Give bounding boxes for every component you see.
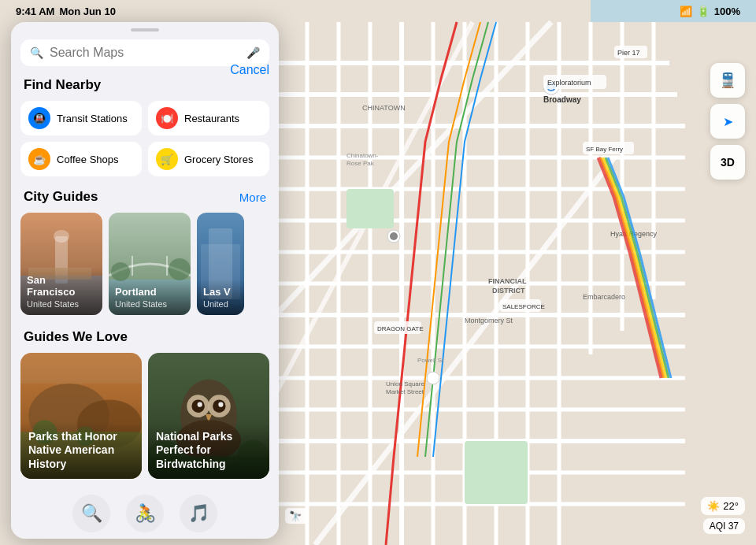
search-panel: 🔍 🎤 Cancel Find Nearby 🚇 Transit Station… bbox=[11, 22, 279, 539]
svg-point-66 bbox=[54, 230, 69, 243]
portland-card-title: Portland bbox=[115, 286, 184, 298]
guide-card-sf[interactable]: San Francisco United States bbox=[20, 213, 102, 315]
battery-icon: 🔋 bbox=[697, 6, 710, 17]
svg-text:🔭: 🔭 bbox=[289, 510, 302, 523]
svg-text:DRAGON GATE: DRAGON GATE bbox=[377, 325, 424, 332]
svg-point-50 bbox=[390, 232, 398, 240]
threed-button[interactable]: 3D bbox=[710, 145, 745, 180]
explore-bike-icon: 🚴 bbox=[126, 495, 164, 532]
wifi-icon: 📶 bbox=[680, 6, 692, 17]
nearby-item-grocery[interactable]: 🛒 Grocery Stores bbox=[148, 142, 269, 176]
guides-we-love-grid: Parks that Honor Native American History bbox=[20, 353, 269, 479]
guides-we-love-title: Guides We Love bbox=[24, 329, 266, 345]
explore-search-icon: 🔍 bbox=[72, 495, 110, 532]
location-icon: ➤ bbox=[723, 114, 733, 129]
svg-text:CHINATOWN: CHINATOWN bbox=[362, 104, 406, 112]
transit-icon: 🚆 bbox=[719, 72, 736, 89]
temperature: 22° bbox=[723, 500, 739, 512]
coffee-label: Coffee Shops bbox=[57, 154, 119, 165]
map-controls: 🚆 ➤ 3D bbox=[710, 63, 745, 180]
find-nearby-title: Find Nearby bbox=[24, 77, 266, 93]
status-bar: 9:41 AM Mon Jun 10 📶 🔋 100% bbox=[0, 0, 756, 22]
aqi-badge: AQI 37 bbox=[703, 518, 745, 534]
status-date: Mon Jun 10 bbox=[59, 6, 116, 17]
panel-handle bbox=[131, 28, 159, 32]
native-card-title: Parks that Honor Native American History bbox=[28, 430, 134, 472]
love-card-native[interactable]: Parks that Honor Native American History bbox=[20, 353, 142, 479]
restaurant-label: Restaurants bbox=[184, 113, 239, 124]
svg-text:SALESFORCE: SALESFORCE bbox=[502, 303, 545, 310]
location-button[interactable]: ➤ bbox=[710, 104, 745, 139]
svg-text:DISTRICT: DISTRICT bbox=[492, 287, 525, 295]
explore-music-icon: 🎵 bbox=[180, 495, 217, 532]
svg-rect-84 bbox=[20, 353, 142, 384]
aqi-value: AQI 37 bbox=[710, 521, 739, 532]
cancel-button[interactable]: Cancel bbox=[230, 63, 269, 77]
svg-text:Broadway: Broadway bbox=[543, 95, 581, 104]
nearby-item-coffee[interactable]: ☕ Coffee Shops bbox=[20, 142, 142, 176]
threed-label: 3D bbox=[721, 156, 735, 169]
svg-text:Rose Pak: Rose Pak bbox=[346, 160, 375, 167]
explore-music-btn[interactable]: 🎵 bbox=[180, 495, 217, 532]
sf-card-title: San Francisco bbox=[27, 274, 96, 298]
transit-label: Transit Stations bbox=[57, 113, 128, 124]
search-input[interactable] bbox=[50, 46, 240, 60]
nearby-item-restaurants[interactable]: 🍽️ Restaurants bbox=[148, 101, 269, 135]
svg-text:Exploratorium: Exploratorium bbox=[547, 79, 591, 87]
search-bar[interactable]: 🔍 🎤 bbox=[20, 39, 269, 66]
lasvegas-card-subtitle: United bbox=[203, 299, 238, 309]
explore-bar: 🔍 🚴 🎵 bbox=[11, 487, 279, 539]
native-card-overlay: Parks that Honor Native American History bbox=[20, 422, 142, 480]
more-button[interactable]: More bbox=[239, 191, 266, 204]
city-guides-title: City Guides bbox=[24, 189, 98, 205]
svg-point-91 bbox=[198, 402, 202, 407]
svg-text:Embarcadero: Embarcadero bbox=[583, 293, 625, 301]
svg-text:Montgomery St: Montgomery St bbox=[465, 317, 513, 324]
status-time: 9:41 AM bbox=[16, 6, 54, 17]
battery-label: 100% bbox=[714, 6, 740, 17]
status-left: 9:41 AM Mon Jun 10 bbox=[16, 6, 116, 17]
svg-rect-32 bbox=[346, 189, 394, 228]
svg-text:Market Street: Market Street bbox=[386, 388, 424, 395]
grocery-icon: 🛒 bbox=[156, 148, 178, 170]
coffee-icon: ☕ bbox=[28, 148, 50, 170]
svg-point-92 bbox=[218, 402, 223, 407]
explore-bike-btn[interactable]: 🚴 bbox=[126, 495, 164, 532]
birds-card-overlay: National Parks Perfect for Birdwatching bbox=[148, 422, 269, 480]
lasvegas-card-overlay: Las V United bbox=[197, 280, 244, 315]
city-guides-row: San Francisco United States bbox=[20, 213, 269, 315]
nearby-item-transit[interactable]: 🚇 Transit Stations bbox=[20, 101, 142, 135]
status-right: 📶 🔋 100% bbox=[680, 6, 740, 17]
svg-point-51 bbox=[427, 372, 439, 384]
lasvegas-card-title: Las V bbox=[203, 286, 238, 298]
birds-card-title: National Parks Perfect for Birdwatching bbox=[156, 430, 261, 472]
restaurant-icon: 🍽️ bbox=[156, 107, 178, 129]
guide-card-lasvegas[interactable]: Las V United bbox=[197, 213, 244, 315]
nearby-grid: 🚇 Transit Stations 🍽️ Restaurants ☕ Coff… bbox=[20, 101, 269, 176]
svg-point-73 bbox=[111, 262, 130, 281]
svg-text:FINANCIAL: FINANCIAL bbox=[488, 277, 527, 285]
svg-point-74 bbox=[169, 258, 191, 280]
love-card-birds[interactable]: National Parks Perfect for Birdwatching bbox=[148, 353, 269, 479]
svg-text:Powell St: Powell St bbox=[417, 357, 444, 364]
explore-search-btn[interactable]: 🔍 bbox=[72, 495, 110, 532]
map-bottom-info: ☀️ 22° AQI 37 bbox=[701, 497, 745, 534]
weather-icon: ☀️ bbox=[707, 500, 720, 512]
weather-badge: ☀️ 22° bbox=[701, 497, 745, 515]
svg-text:Union Square: Union Square bbox=[386, 380, 424, 387]
guide-card-portland[interactable]: Portland United States bbox=[109, 213, 191, 315]
svg-rect-33 bbox=[465, 441, 528, 504]
svg-text:Pier 17: Pier 17 bbox=[617, 49, 640, 57]
transit-icon: 🚇 bbox=[28, 107, 50, 129]
portland-card-subtitle: United States bbox=[115, 299, 184, 309]
svg-text:Chinatown-: Chinatown- bbox=[346, 152, 379, 159]
search-icon: 🔍 bbox=[30, 46, 43, 59]
transit-button[interactable]: 🚆 bbox=[710, 63, 745, 98]
grocery-label: Grocery Stores bbox=[184, 154, 253, 165]
portland-card-overlay: Portland United States bbox=[109, 280, 191, 315]
sf-card-overlay: San Francisco United States bbox=[20, 268, 102, 315]
sf-card-subtitle: United States bbox=[27, 299, 96, 309]
city-guides-header: City Guides More bbox=[24, 189, 266, 205]
svg-text:SF Bay Ferry: SF Bay Ferry bbox=[586, 146, 623, 153]
microphone-icon[interactable]: 🎤 bbox=[246, 46, 260, 59]
